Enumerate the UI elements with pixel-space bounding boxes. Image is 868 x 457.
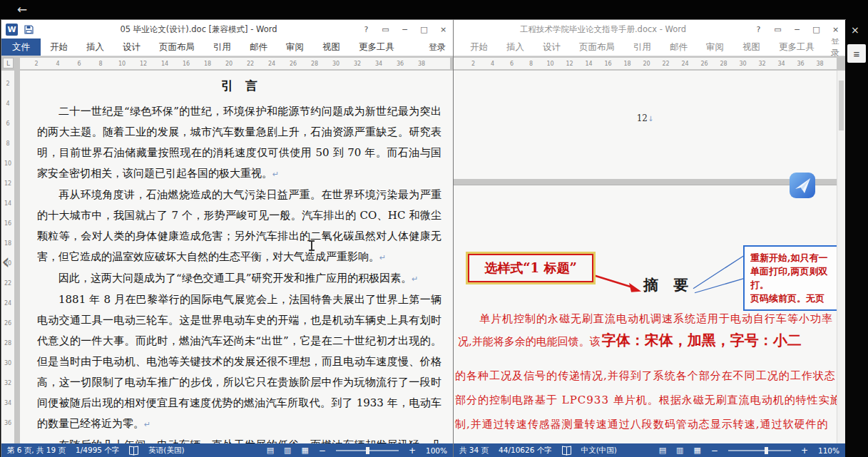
tab-file[interactable]: 文件 xyxy=(1,38,41,56)
ribbon-tab[interactable]: 页面布局 xyxy=(570,38,624,56)
read-mode-button[interactable]: ▤ xyxy=(267,446,274,455)
ruler-number: 34 xyxy=(772,61,791,67)
floating-assistant-badge-icon[interactable] xyxy=(789,172,816,199)
ribbon-tab[interactable]: 视图 xyxy=(733,38,770,56)
ruler-number: 38 xyxy=(411,61,432,67)
style-callout-box[interactable]: 选样式“1 标题” xyxy=(468,254,593,282)
ribbon-tab[interactable]: 开始 xyxy=(461,38,497,56)
tab-stop-selector[interactable]: L xyxy=(3,58,14,68)
red-text-line[interactable]: 的各种工况及信号的传递情况,并得到了系统各个部分在不同工况的工作状态 xyxy=(455,369,836,383)
back-arrow-icon[interactable]: ← xyxy=(17,2,27,16)
red-text-line[interactable]: 单片机控制的永磁无刷直流电动机调速系统适用于电动自行车等小功率 xyxy=(479,312,833,326)
previous-page-chevron-icon[interactable]: ‹ xyxy=(1,251,10,272)
sign-in-button[interactable]: 登录 xyxy=(422,38,453,56)
left-page[interactable]: 引 言 二十一世纪是“绿色环保”的世纪，环境保护和能源节约问题成为新世纪最为突出… xyxy=(20,71,453,443)
red-text-prefix: 况,并能将多余的电能回馈。该 xyxy=(458,335,601,349)
language-indicator[interactable]: 中文(中国) xyxy=(581,446,617,456)
zoom-slider-thumb[interactable] xyxy=(366,447,369,454)
ribbon-tab[interactable]: 插入 xyxy=(77,38,113,56)
minimize-button[interactable]: ─ xyxy=(787,20,807,38)
print-layout-button[interactable]: ▥ xyxy=(284,446,291,455)
red-text-line[interactable]: 制,并通过转速传感器测量转速通过八段数码管动态显示转速,通过软硬件的 xyxy=(455,418,829,431)
web-layout-button[interactable]: ▦ xyxy=(693,446,700,455)
restore-button[interactable]: □ xyxy=(414,20,434,38)
ruler-number: 10 xyxy=(541,61,560,67)
ribbon-tab[interactable]: 视图 xyxy=(313,38,349,56)
help-button[interactable]: ? xyxy=(357,20,376,38)
word-logo-icon: W xyxy=(6,24,18,36)
ribbon-tab[interactable]: 邮件 xyxy=(660,38,697,56)
read-mode-button[interactable]: ▤ xyxy=(659,446,666,455)
help-button[interactable]: ? xyxy=(749,20,768,38)
ribbon-display-options-button[interactable]: ▭ xyxy=(376,20,395,38)
proofing-icon[interactable] xyxy=(129,446,138,454)
ribbon-tab[interactable]: 更多工具 xyxy=(770,38,824,56)
right-ruler-row[interactable]: 2468101214161820222426283032343638 xyxy=(454,56,845,71)
ribbon-tab[interactable]: 引用 xyxy=(204,38,240,56)
zoom-level[interactable]: 110% xyxy=(818,446,839,455)
horizontal-ruler[interactable]: 2468101214161820222426283032343638 xyxy=(20,58,450,69)
ribbon-tab[interactable]: 审阅 xyxy=(277,38,313,56)
zoom-level[interactable]: 100% xyxy=(426,446,447,455)
right-scrollbar[interactable] xyxy=(837,71,845,443)
ribbon-display-options-button[interactable]: ▭ xyxy=(768,20,787,38)
proofing-icon[interactable] xyxy=(562,446,571,454)
abstract-heading[interactable]: 摘 要 xyxy=(643,275,688,295)
overlay-close-icon[interactable]: × xyxy=(851,24,859,36)
right-title-bar[interactable]: 工程技术学院毕业论文指导手册.docx - Word ? ▭ ─ □ × xyxy=(454,20,845,38)
ribbon-tab[interactable]: 页面布局 xyxy=(150,38,204,56)
scrollbar-thumb[interactable] xyxy=(839,81,844,130)
save-icon[interactable] xyxy=(24,25,34,34)
ribbon-tab[interactable]: 设计 xyxy=(533,38,570,56)
restore-button[interactable]: □ xyxy=(807,20,826,38)
left-ruler-row[interactable]: L 2468101214161820222426283032343638 xyxy=(1,56,453,71)
word-count[interactable]: 44/10626 个字 xyxy=(499,446,552,456)
ribbon-tab[interactable]: 引用 xyxy=(624,38,660,56)
document-heading[interactable]: 引 言 xyxy=(37,75,441,101)
zoom-slider[interactable] xyxy=(336,450,399,451)
paragraph[interactable]: 二十一世纪是“绿色环保”的世纪，环境保护和能源节约问题成为新世纪最为突出的两大主… xyxy=(37,101,441,185)
web-layout-button[interactable]: ▦ xyxy=(301,446,308,455)
ruler-number: 8 xyxy=(521,61,541,67)
ruler-number: 6 xyxy=(502,61,521,67)
zoom-slider-thumb[interactable] xyxy=(765,447,768,454)
right-document-area[interactable]: 12↓ 选样式“1 标题” 摘 要 重新开始,如只有一单面打印,两页则双打。页码… xyxy=(454,71,845,443)
zoom-in-button[interactable]: + xyxy=(801,446,808,456)
menu-button[interactable]: ≡ xyxy=(847,44,866,63)
close-button[interactable]: × xyxy=(826,20,845,38)
page-indicator[interactable]: 共 34 页 xyxy=(459,446,489,456)
paragraph[interactable]: 1881 年 8 月在巴黎举行的国际电气展览会上，法国特鲁夫展出了世界上第一辆电… xyxy=(37,289,441,435)
zoom-out-button[interactable]: − xyxy=(711,446,718,456)
zoom-slider[interactable] xyxy=(728,450,791,451)
left-document-area[interactable]: 24681012141618202224262830323436 引 言 二十一… xyxy=(1,71,453,443)
ribbon-tab[interactable]: 插入 xyxy=(497,38,533,56)
print-layout-button[interactable]: ▥ xyxy=(676,446,683,455)
text-cursor-icon xyxy=(311,240,312,251)
horizontal-ruler[interactable]: 2468101214161820222426283032343638 xyxy=(454,58,837,69)
paragraph[interactable]: 因此，这两大问题成为了“绿色交通工具”研究开发和推广应用的积极因素。↵ xyxy=(37,268,441,289)
ribbon-tab[interactable]: 设计 xyxy=(113,38,150,56)
ribbon-tab[interactable]: 审阅 xyxy=(697,38,733,56)
zoom-out-button[interactable]: − xyxy=(319,446,326,456)
page-indicator[interactable]: 第 6 页, 共 19 页 xyxy=(7,446,66,456)
ruler-number: 16 xyxy=(4,220,11,240)
zoom-in-button[interactable]: + xyxy=(409,446,416,456)
minimize-button[interactable]: ─ xyxy=(395,20,414,38)
right-window-title: 工程技术学院毕业论文指导手册.docx - Word xyxy=(461,24,745,35)
language-indicator[interactable]: 英语(美国) xyxy=(148,446,184,456)
paragraph[interactable]: 再从环境角度讲，石油燃烧造成的大气污染日益严重。在世界环境污染最为严重的十大城市… xyxy=(37,185,441,268)
page-13[interactable]: 选样式“1 标题” 摘 要 重新开始,如只有一单面打印,两页则双打。页码续前页。… xyxy=(454,185,837,443)
note-callout-box[interactable]: 重新开始,如只有一单面打印,两页则双打。页码续前页。无页 xyxy=(743,245,837,311)
red-text-line[interactable]: 部分的控制电路基于 LPC933 单片机。根据永磁无刷直流电动机的特性实施脉 xyxy=(455,394,837,407)
red-text-line[interactable]: 况,并能将多余的电能回馈。该 字体：宋体，加黑，字号：小二 xyxy=(458,331,802,350)
close-button[interactable]: × xyxy=(434,20,453,38)
page-12-bottom[interactable]: 12↓ xyxy=(454,71,837,179)
word-count[interactable]: 1/4995 个字 xyxy=(76,446,119,456)
sign-in-button[interactable]: 登录 xyxy=(824,38,845,56)
ribbon-tab[interactable]: 开始 xyxy=(41,38,77,56)
paragraph[interactable]: 在随后的几十年间，电动车辆一直处于发展的低谷，而燃油车辆却发展迅猛，几乎↵ xyxy=(37,435,441,443)
ribbon-tab[interactable]: 更多工具 xyxy=(349,38,404,56)
left-title-bar[interactable]: W 05 毕业论文(设计).doc [兼容模式] - Word ? ▭ ─ □ … xyxy=(1,20,453,38)
ribbon-tab[interactable]: 邮件 xyxy=(240,38,277,56)
right-status-bar: 共 34 页 44/10626 个字 中文(中国) ▤ ▥ ▦ − + 110% xyxy=(454,443,845,457)
